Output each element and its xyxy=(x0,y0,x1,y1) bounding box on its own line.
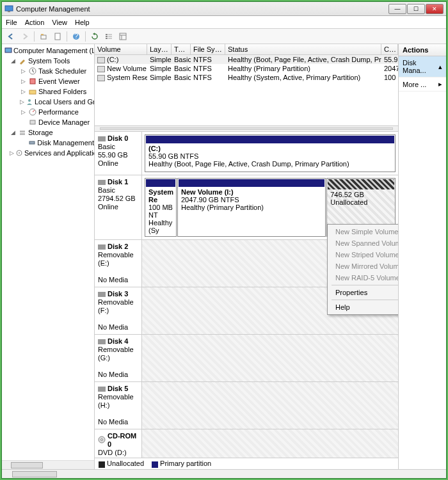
tree-shared-folders[interactable]: ▷Shared Folders xyxy=(2,86,94,97)
bottom-scrollbar[interactable] xyxy=(2,469,446,478)
maximize-button[interactable]: ☐ xyxy=(407,4,425,14)
help-button[interactable]: ? xyxy=(70,30,83,43)
computer-icon xyxy=(4,46,12,55)
action-more[interactable]: More ...▸ xyxy=(399,77,446,92)
close-button[interactable]: ✕ xyxy=(426,4,444,14)
volume-list[interactable]: (C:) Simple Basic NTFS Healthy (Boot, Pa… xyxy=(95,55,398,125)
tree-services[interactable]: ▷Services and Applications xyxy=(2,148,94,158)
svg-rect-16 xyxy=(5,48,12,52)
tree-storage[interactable]: ◢Storage xyxy=(2,127,94,138)
expand-icon[interactable]: ▷ xyxy=(20,68,27,74)
refresh-button[interactable] xyxy=(88,30,101,43)
volume-row[interactable]: New Volume (I:) Simple Basic NTFS Health… xyxy=(95,64,398,73)
disk-icon xyxy=(28,138,36,147)
nav-tree[interactable]: Computer Management (Local ◢System Tools… xyxy=(2,44,95,469)
tree-task-scheduler[interactable]: ▷Task Scheduler xyxy=(2,66,94,76)
action-disk-management[interactable]: Disk Mana...▴ xyxy=(399,56,446,77)
minimize-button[interactable]: — xyxy=(388,4,406,14)
list-button[interactable] xyxy=(102,30,115,43)
ctx-properties[interactable]: Properties xyxy=(329,287,398,298)
tree-performance[interactable]: ▷Performance xyxy=(2,107,94,117)
expand-icon[interactable]: ▷ xyxy=(20,109,27,115)
tree-system-tools[interactable]: ◢System Tools xyxy=(2,56,94,66)
disk-row-cdrom[interactable]: CD-ROM 0DVD (D:)No Media xyxy=(95,429,398,458)
tree-event-viewer[interactable]: ▷Event Viewer xyxy=(2,76,94,86)
computer-management-window: Computer Management — ☐ ✕ File Action Vi… xyxy=(1,1,447,479)
col-fs[interactable]: File System xyxy=(191,44,225,54)
tree-root[interactable]: Computer Management (Local xyxy=(2,45,94,56)
svg-point-27 xyxy=(19,152,20,154)
ctx-help[interactable]: Help xyxy=(329,301,398,313)
svg-rect-13 xyxy=(120,33,126,40)
volume-icon xyxy=(97,75,105,81)
disk-icon xyxy=(98,180,106,185)
ctx-new-raid5-volume[interactable]: New RAID-5 Volume... xyxy=(329,272,398,284)
disk-icon xyxy=(98,387,106,392)
forward-button[interactable] xyxy=(19,30,31,43)
menu-help[interactable]: Help xyxy=(75,19,90,26)
svg-rect-22 xyxy=(30,120,35,124)
toolbar: ? xyxy=(2,29,446,44)
collapse-icon[interactable]: ◢ xyxy=(10,129,17,136)
col-status[interactable]: Status xyxy=(225,44,381,54)
cdrom-icon xyxy=(98,436,106,445)
volume-row[interactable]: (C:) Simple Basic NTFS Healthy (Boot, Pa… xyxy=(95,55,398,64)
menu-action[interactable]: Action xyxy=(25,19,45,26)
svg-rect-24 xyxy=(20,133,25,135)
expand-icon[interactable]: ▷ xyxy=(20,88,27,95)
chevron-right-icon: ▸ xyxy=(438,80,442,88)
back-button[interactable] xyxy=(4,30,17,43)
clock-icon xyxy=(28,67,37,76)
svg-point-29 xyxy=(101,438,103,440)
partition-system-reserved[interactable]: System Re100 MB NTHealthy (Sy xyxy=(145,178,177,237)
disk-row-0[interactable]: Disk 0Basic55.90 GBOnline (C:)55.90 GB N… xyxy=(95,132,398,175)
titlebar[interactable]: Computer Management — ☐ ✕ xyxy=(2,2,446,16)
legend: Unallocated Primary partition xyxy=(95,458,398,469)
ctx-new-mirrored-volume[interactable]: New Mirrored Volume... xyxy=(329,260,398,272)
col-layout[interactable]: Layout xyxy=(147,44,172,54)
svg-rect-4 xyxy=(55,33,60,40)
col-cap[interactable]: Cap xyxy=(381,44,398,54)
up-button[interactable] xyxy=(37,30,50,43)
tree-disk-management[interactable]: Disk Management xyxy=(2,138,94,148)
properties-button[interactable] xyxy=(51,30,64,43)
ctx-new-spanned-volume[interactable]: New Spanned Volume... xyxy=(329,237,398,249)
splitter[interactable] xyxy=(95,125,398,132)
legend-unallocated-swatch xyxy=(99,461,105,468)
disk-row-5[interactable]: Disk 5Removable (H:)No Media xyxy=(95,382,398,429)
col-volume[interactable]: Volume xyxy=(95,44,147,54)
volume-row[interactable]: System Reserved Simple Basic NTFS Health… xyxy=(95,73,398,82)
svg-rect-11 xyxy=(108,36,112,37)
ctx-new-striped-volume[interactable]: New Striped Volume... xyxy=(329,249,398,260)
app-icon xyxy=(4,4,13,13)
svg-rect-7 xyxy=(106,34,108,35)
partition-c[interactable]: (C:)55.90 GB NTFSHealthy (Boot, Page Fil… xyxy=(145,134,396,172)
menu-file[interactable]: File xyxy=(6,19,17,26)
expand-icon[interactable]: ▷ xyxy=(10,150,14,156)
storage-icon xyxy=(18,128,27,137)
tree-scrollbar[interactable] xyxy=(2,460,94,469)
expand-icon[interactable]: ▷ xyxy=(20,78,27,84)
volume-icon xyxy=(97,57,105,63)
folder-icon xyxy=(28,87,37,96)
col-type[interactable]: Type xyxy=(172,44,191,54)
disk-icon xyxy=(98,339,106,344)
svg-rect-1 xyxy=(8,11,10,12)
tree-local-users[interactable]: ▷Local Users and Groups xyxy=(2,97,94,107)
expand-icon[interactable]: ▷ xyxy=(20,99,24,105)
users-icon xyxy=(26,97,33,106)
tree-device-manager[interactable]: Device Manager xyxy=(2,117,94,127)
disk-graphical-view: Disk 0Basic55.90 GBOnline (C:)55.90 GB N… xyxy=(95,132,398,458)
disk-row-4[interactable]: Disk 4Removable (G:)No Media xyxy=(95,335,398,382)
partition-new-volume[interactable]: New Volume (I:)2047.90 GB NTFSHealthy (P… xyxy=(177,178,326,237)
detail-button[interactable] xyxy=(116,30,129,43)
menu-view[interactable]: View xyxy=(52,19,67,26)
svg-rect-2 xyxy=(41,35,46,39)
ctx-new-simple-volume[interactable]: New Simple Volume... xyxy=(329,226,398,237)
disk-icon xyxy=(98,244,106,250)
menubar: File Action View Help xyxy=(2,16,446,29)
collapse-icon[interactable]: ◢ xyxy=(10,58,17,64)
svg-rect-25 xyxy=(29,141,35,144)
perf-icon xyxy=(28,108,37,116)
legend-primary-swatch xyxy=(152,461,158,468)
